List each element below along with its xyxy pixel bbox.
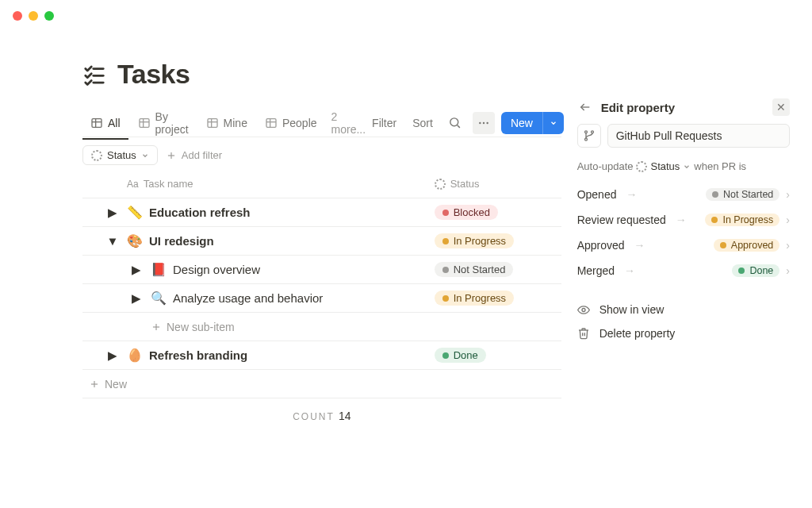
tab-by-project[interactable]: By project <box>130 106 197 140</box>
search-button[interactable] <box>444 112 466 134</box>
status-badge[interactable]: Not Started <box>435 262 514 277</box>
chevron-down-icon <box>683 163 691 171</box>
status-dot-icon <box>442 352 449 359</box>
status-dot-icon <box>442 295 449 302</box>
status-badge[interactable]: In Progress <box>435 233 514 248</box>
tab-mine[interactable]: Mine <box>198 112 255 134</box>
status-badge: Done <box>732 264 779 277</box>
chevron-right-icon: › <box>786 239 790 252</box>
back-button[interactable] <box>577 99 593 115</box>
table-icon <box>206 117 219 129</box>
delete-property-button[interactable]: Delete property <box>577 321 790 345</box>
status-mapping-row[interactable]: Opened → Not Started › <box>577 182 790 207</box>
status-badge[interactable]: Blocked <box>435 205 498 220</box>
page-title-text: Tasks <box>117 59 190 90</box>
status-dot-icon <box>720 242 726 248</box>
svg-point-19 <box>486 121 488 123</box>
row-emoji-icon: 📏 <box>127 205 143 220</box>
mapping-from-label: Merged → <box>577 264 635 277</box>
maximize-window-icon[interactable] <box>44 11 54 21</box>
svg-rect-6 <box>140 118 149 127</box>
table-row[interactable]: ▶ 📏 Education refresh Blocked <box>82 198 561 227</box>
sort-button[interactable]: Sort <box>408 114 438 133</box>
status-mapping-row[interactable]: Review requested → In Progress › <box>577 207 790 233</box>
table-row[interactable]: ▶ 🔍 Analyze usage and behavior In Progre… <box>82 284 561 313</box>
tab-label: People <box>282 117 317 129</box>
expand-toggle[interactable]: ▶ <box>106 206 119 219</box>
expand-toggle[interactable]: ▼ <box>106 235 119 248</box>
row-title: UI redesign <box>149 234 214 248</box>
auto-update-field-select[interactable]: Status <box>636 160 691 172</box>
trash-icon <box>577 327 590 340</box>
table-row[interactable]: ▶ 📕 Design overview Not Started <box>82 256 561 284</box>
auto-update-description: Auto-update Status when PR is <box>577 160 790 172</box>
svg-point-29 <box>584 138 587 140</box>
status-dot-icon <box>442 210 449 216</box>
status-icon <box>435 179 446 190</box>
new-button[interactable]: New <box>501 112 564 134</box>
table-row[interactable]: ▶ 🥚 Refresh branding Done <box>82 341 561 370</box>
table-icon <box>265 117 278 129</box>
row-emoji-icon: 🎨 <box>127 233 143 248</box>
property-name-input[interactable] <box>607 124 790 148</box>
svg-point-27 <box>584 131 587 133</box>
row-title: Refresh branding <box>149 348 247 362</box>
tab-all[interactable]: All <box>82 112 128 134</box>
new-button-label: New <box>501 112 542 134</box>
svg-rect-3 <box>92 118 102 127</box>
new-sub-item-button[interactable]: New sub-item <box>82 313 561 341</box>
column-header-status[interactable]: Status <box>435 178 561 190</box>
more-button[interactable] <box>473 112 495 134</box>
close-panel-button[interactable]: ✕ <box>772 98 790 116</box>
status-mapping-row[interactable]: Approved → Approved › <box>577 233 790 258</box>
expand-toggle[interactable]: ▶ <box>130 264 143 276</box>
table-row[interactable]: ▼ 🎨 UI redesign In Progress <box>82 227 561 256</box>
svg-point-30 <box>582 308 585 311</box>
row-title: Education refresh <box>149 206 251 219</box>
status-label: Not Started <box>454 264 506 275</box>
expand-toggle[interactable]: ▶ <box>106 349 119 362</box>
row-emoji-icon: 🥚 <box>127 348 143 363</box>
column-header-name[interactable]: Aa Task name <box>127 178 435 190</box>
status-badge[interactable]: In Progress <box>435 291 514 306</box>
view-tabs: All By project Mine People 2 more... Fil… <box>82 109 561 137</box>
text-property-icon: Aa <box>127 179 139 190</box>
tasks-icon <box>82 63 106 87</box>
svg-line-16 <box>458 125 460 128</box>
row-title: Design overview <box>173 263 260 276</box>
page-title: Tasks <box>82 59 561 90</box>
status-icon <box>91 150 102 161</box>
svg-point-17 <box>479 121 481 123</box>
status-label: In Progress <box>454 235 506 247</box>
panel-title: Edit property <box>601 101 764 114</box>
status-mapping-row[interactable]: Merged → Done › <box>577 258 790 283</box>
status-badge[interactable]: Done <box>435 348 486 363</box>
status-dot-icon <box>442 267 449 273</box>
mapping-from-label: Approved → <box>577 239 645 252</box>
tab-people[interactable]: People <box>257 112 325 134</box>
chevron-down-icon <box>141 152 149 160</box>
status-dot-icon <box>711 217 718 223</box>
tabs-more[interactable]: 2 more... <box>331 110 366 136</box>
status-dot-icon <box>442 238 449 244</box>
property-type-button[interactable] <box>577 124 601 148</box>
status-filter-chip[interactable]: Status <box>82 145 158 165</box>
status-badge: Not Started <box>706 188 779 201</box>
row-count: COUNT 14 <box>82 398 561 433</box>
tab-label: By project <box>155 110 189 136</box>
status-chip-label: Status <box>107 149 136 161</box>
chevron-right-icon: › <box>786 214 790 226</box>
status-badge: In Progress <box>705 214 779 226</box>
show-in-view-button[interactable]: Show in view <box>577 298 790 321</box>
add-filter-button[interactable]: Add filter <box>166 149 222 161</box>
new-item-button[interactable]: New <box>82 370 561 398</box>
expand-toggle[interactable]: ▶ <box>130 292 143 305</box>
minimize-window-icon[interactable] <box>29 11 38 21</box>
status-icon <box>636 161 647 172</box>
eye-icon <box>577 303 590 316</box>
filter-button[interactable]: Filter <box>367 114 401 133</box>
arrow-right-icon: → <box>676 214 687 226</box>
svg-rect-12 <box>266 118 276 127</box>
close-window-icon[interactable] <box>13 11 22 21</box>
mapping-from-label: Review requested → <box>577 214 687 226</box>
